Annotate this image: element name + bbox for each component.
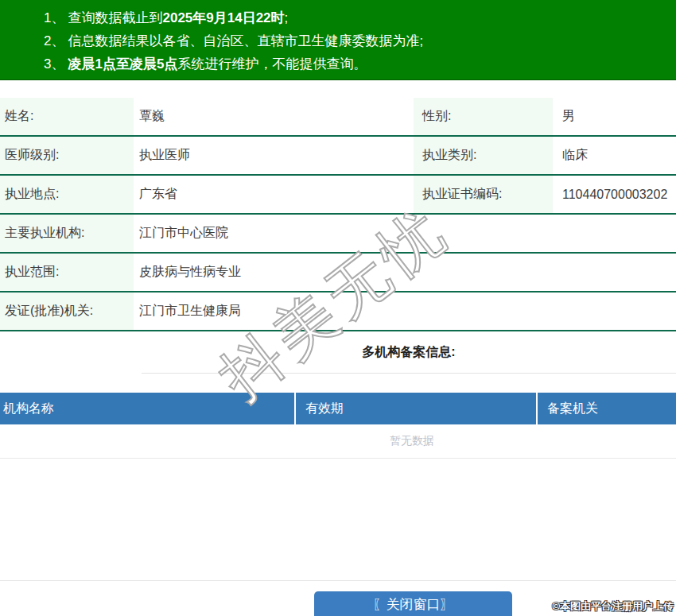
copyright-watermark: ©本图由平台注册用户上传 bbox=[552, 599, 674, 614]
records-table-header: 机构名称 有效期 备案机关 bbox=[0, 393, 676, 424]
notice-number: 1、 bbox=[44, 10, 64, 25]
field-label-practice-location: 执业地点: bbox=[0, 176, 134, 213]
field-value-certificate-number: 110440700003202 bbox=[553, 176, 676, 213]
notice-bold-text: 2025年9月14日22时 bbox=[162, 10, 284, 25]
notice-line-1: 1、查询数据截止到2025年9月14日22时; bbox=[44, 6, 676, 29]
field-label-practice-category: 执业类别: bbox=[414, 137, 553, 174]
field-label-doctor-level: 医师级别: bbox=[0, 137, 134, 174]
notice-number: 2、 bbox=[44, 33, 64, 48]
empty-data-text: 暂无数据 bbox=[390, 434, 434, 448]
field-value-practice-category: 临床 bbox=[553, 137, 676, 174]
notice-text: 查询数据截止到 bbox=[68, 10, 162, 25]
table-row: 主要执业机构: 江门市中心医院 bbox=[0, 215, 676, 254]
notice-text: 信息数据结果以各省、自治区、直辖市卫生健康委数据为准; bbox=[68, 33, 423, 48]
table-row: 姓名: 覃巍 性别: 男 bbox=[0, 98, 676, 137]
multi-institution-section: 多机构备案信息: bbox=[142, 331, 676, 374]
field-value-doctor-level: 执业医师 bbox=[134, 137, 414, 174]
notice-banner: 1、查询数据截止到2025年9月14日22时; 2、信息数据结果以各省、自治区、… bbox=[0, 0, 676, 80]
field-value-main-institution: 江门市中心医院 bbox=[134, 215, 676, 252]
close-window-button[interactable]: 〖关闭窗口〗 bbox=[314, 591, 512, 616]
notice-number: 3、 bbox=[44, 56, 64, 72]
empty-data-row: 暂无数据 bbox=[0, 424, 676, 459]
table-row: 执业地点: 广东省 执业证书编码: 110440700003202 bbox=[0, 176, 676, 215]
footer-divider bbox=[0, 580, 676, 581]
field-value-practice-location: 广东省 bbox=[134, 176, 414, 213]
table-row: 执业范围: 皮肤病与性病专业 bbox=[0, 254, 676, 293]
field-label-issuing-authority: 发证(批准)机关: bbox=[0, 293, 134, 330]
field-value-gender: 男 bbox=[553, 98, 676, 135]
notice-text: ; bbox=[285, 10, 289, 25]
column-header-validity-period: 有效期 bbox=[294, 393, 536, 424]
notice-line-2: 2、信息数据结果以各省、自治区、直辖市卫生健康委数据为准; bbox=[44, 29, 676, 52]
field-value-name: 覃巍 bbox=[134, 98, 414, 135]
field-label-practice-scope: 执业范围: bbox=[0, 254, 134, 291]
field-value-issuing-authority: 江门市卫生健康局 bbox=[134, 293, 676, 330]
field-value-practice-scope: 皮肤病与性病专业 bbox=[134, 254, 676, 291]
table-row: 发证(批准)机关: 江门市卫生健康局 bbox=[0, 293, 676, 331]
practitioner-info-table: 姓名: 覃巍 性别: 男 医师级别: 执业医师 执业类别: 临床 执业地点: 广… bbox=[0, 98, 676, 331]
table-row: 医师级别: 执业医师 执业类别: 临床 bbox=[0, 137, 676, 176]
field-label-gender: 性别: bbox=[414, 98, 553, 135]
field-label-certificate-number: 执业证书编码: bbox=[414, 176, 553, 213]
notice-bold-text: 凌晨1点至凌晨5点 bbox=[68, 56, 177, 72]
field-label-name: 姓名: bbox=[0, 98, 134, 135]
section-title: 多机构备案信息: bbox=[362, 344, 455, 361]
field-label-main-institution: 主要执业机构: bbox=[0, 215, 134, 252]
notice-line-3: 3、凌晨1点至凌晨5点系统进行维护，不能提供查询。 bbox=[44, 52, 676, 76]
notice-text: 系统进行维护，不能提供查询。 bbox=[177, 56, 367, 72]
column-header-record-authority: 备案机关 bbox=[536, 393, 676, 424]
column-header-institution-name: 机构名称 bbox=[0, 393, 294, 424]
